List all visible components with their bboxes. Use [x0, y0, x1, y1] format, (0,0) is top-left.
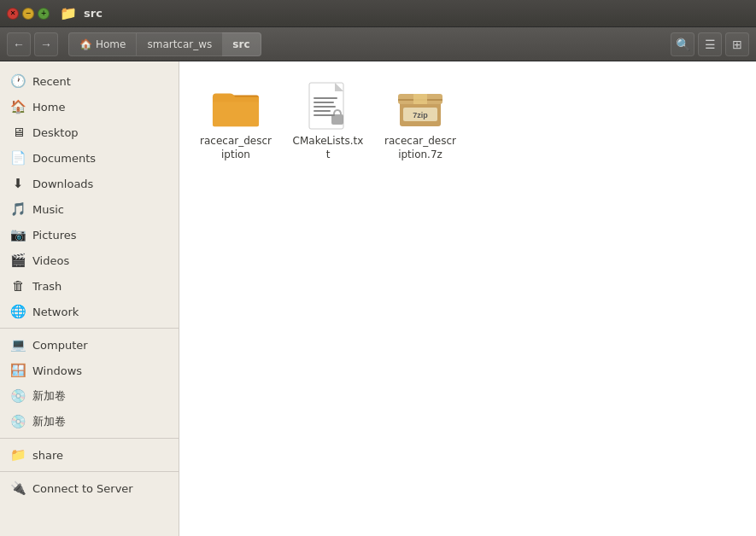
breadcrumb-src-label: src [232, 38, 249, 50]
minimize-button[interactable]: − [22, 8, 34, 20]
toolbar-actions: 🔍 ☰ ⊞ [671, 32, 749, 56]
folder-icon-racecar [212, 82, 260, 130]
volume1-icon: 💿 [10, 388, 26, 404]
svg-rect-7 [314, 106, 336, 108]
sidebar-divider-2 [0, 438, 179, 439]
sidebar-item-network[interactable]: 🌐 Network [0, 299, 179, 324]
sidebar-item-connect-label: Connect to Server [32, 482, 133, 495]
svg-rect-6 [314, 102, 334, 103]
sidebar-item-trash[interactable]: 🗑 Trash [0, 273, 179, 299]
archive-icon-racecar7z: 7zip [396, 82, 444, 130]
search-button[interactable]: 🔍 [671, 32, 694, 56]
volume2-icon: 💿 [10, 414, 26, 429]
sidebar-item-desktop[interactable]: 🖥 Desktop [0, 119, 179, 145]
breadcrumb-smartcar[interactable]: smartcar_ws [137, 32, 222, 56]
sidebar-item-trash-label: Trash [32, 280, 62, 293]
file-item-racecar-description[interactable]: racecar_description [193, 75, 278, 168]
sidebar-item-documents-label: Documents [32, 152, 96, 165]
view-list-button[interactable]: ☰ [698, 32, 722, 56]
share-icon: 📁 [10, 447, 26, 463]
connect-icon: 🔌 [10, 481, 26, 496]
svg-text:7zip: 7zip [413, 111, 428, 119]
sidebar-item-computer-label: Computer [32, 339, 88, 352]
back-button[interactable]: ← [7, 32, 31, 56]
forward-button[interactable]: → [34, 32, 58, 56]
sidebar-item-desktop-label: Desktop [32, 126, 79, 139]
sidebar-item-share[interactable]: 📁 share [0, 442, 179, 468]
sidebar-item-network-label: Network [32, 306, 79, 318]
sidebar-item-computer[interactable]: 💻 Computer [0, 332, 179, 358]
sidebar: 🕐 Recent 🏠 Home 🖥 Desktop 📄 Documents ⬇ … [0, 61, 179, 536]
sidebar-item-pictures-label: Pictures [32, 229, 76, 242]
pictures-icon: 📷 [10, 227, 26, 242]
sidebar-item-windows-label: Windows [32, 364, 82, 377]
file-label-cmakelists: CMakeLists.txt [292, 135, 364, 161]
sidebar-item-home[interactable]: 🏠 Home [0, 94, 179, 119]
sidebar-item-music-label: Music [32, 203, 64, 216]
sidebar-item-volume2-label: 新加卷 [32, 414, 66, 429]
sidebar-item-documents[interactable]: 📄 Documents [0, 145, 179, 171]
file-label-racecar-description: racecar_description [200, 135, 272, 161]
svg-rect-14 [413, 94, 427, 104]
computer-icon: 💻 [10, 337, 26, 352]
view-grid-button[interactable]: ⊞ [725, 32, 749, 56]
sidebar-item-volume1[interactable]: 💿 新加卷 [0, 383, 179, 409]
home-icon: 🏠 [10, 99, 26, 114]
breadcrumb-home[interactable]: 🏠 Home [68, 32, 137, 56]
recent-icon: 🕐 [10, 73, 26, 89]
file-item-racecar-7z[interactable]: 7zip racecar_description.7z [378, 75, 463, 168]
home-icon: 🏠 [79, 38, 92, 50]
file-item-cmakelists[interactable]: CMakeLists.txt [285, 75, 371, 168]
sidebar-item-downloads-label: Downloads [32, 178, 93, 190]
sidebar-item-videos[interactable]: 🎬 Videos [0, 248, 179, 273]
desktop-icon: 🖥 [10, 125, 26, 140]
breadcrumb-smartcar-label: smartcar_ws [147, 38, 212, 50]
file-area: racecar_description [179, 61, 756, 536]
network-icon: 🌐 [10, 304, 26, 319]
trash-icon: 🗑 [10, 278, 26, 294]
window-controls: ✕ − + [7, 8, 50, 20]
svg-rect-1 [213, 102, 259, 126]
file-label-racecar-7z: racecar_description.7z [384, 135, 456, 161]
documents-icon: 📄 [10, 150, 26, 166]
sidebar-item-windows[interactable]: 🪟 Windows [0, 358, 179, 383]
sidebar-item-share-label: share [32, 449, 63, 462]
sidebar-item-videos-label: Videos [32, 254, 69, 267]
windows-icon: 🪟 [10, 363, 26, 378]
txt-icon-cmakelists [304, 82, 352, 130]
titlebar: ✕ − + 📁 src [0, 0, 756, 27]
videos-icon: 🎬 [10, 253, 26, 268]
window-title: src [84, 7, 103, 20]
music-icon: 🎵 [10, 201, 26, 217]
sidebar-item-recent-label: Recent [32, 75, 71, 88]
breadcrumb: 🏠 Home smartcar_ws src [68, 32, 660, 56]
sidebar-item-volume2[interactable]: 💿 新加卷 [0, 409, 179, 434]
sidebar-item-pictures[interactable]: 📷 Pictures [0, 222, 179, 248]
sidebar-divider-1 [0, 328, 179, 329]
sidebar-item-recent[interactable]: 🕐 Recent [0, 68, 179, 94]
sidebar-item-downloads[interactable]: ⬇ Downloads [0, 171, 179, 196]
sidebar-item-home-label: Home [32, 101, 65, 114]
toolbar: ← → 🏠 Home smartcar_ws src 🔍 ☰ ⊞ [0, 27, 756, 61]
downloads-icon: ⬇ [10, 176, 26, 191]
sidebar-item-connect[interactable]: 🔌 Connect to Server [0, 475, 179, 501]
sidebar-item-volume1-label: 新加卷 [32, 388, 66, 404]
maximize-button[interactable]: + [38, 8, 50, 20]
breadcrumb-src[interactable]: src [222, 32, 261, 56]
breadcrumb-home-label: Home [96, 38, 126, 50]
window-icon: 📁 [60, 5, 77, 21]
sidebar-item-music[interactable]: 🎵 Music [0, 196, 179, 222]
svg-rect-5 [314, 97, 337, 99]
svg-rect-8 [314, 110, 331, 112]
main-content: 🕐 Recent 🏠 Home 🖥 Desktop 📄 Documents ⬇ … [0, 61, 756, 536]
svg-rect-10 [331, 114, 343, 125]
sidebar-divider-3 [0, 471, 179, 472]
close-button[interactable]: ✕ [7, 8, 19, 20]
